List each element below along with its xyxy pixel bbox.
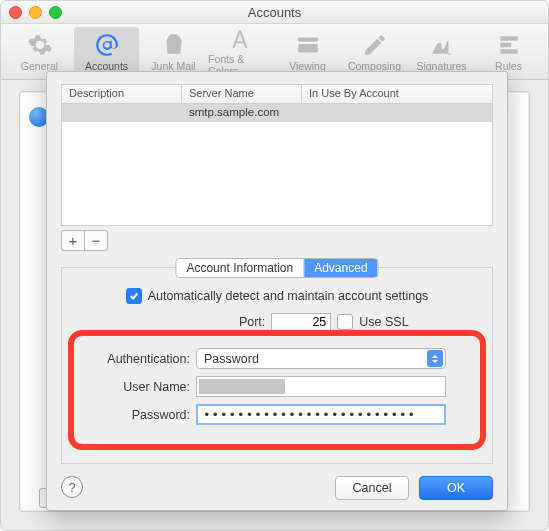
col-server-name[interactable]: Server Name bbox=[182, 85, 302, 103]
auto-detect-label: Automatically detect and maintain accoun… bbox=[148, 289, 429, 303]
port-input[interactable] bbox=[271, 313, 331, 331]
username-label: User Name: bbox=[62, 380, 190, 394]
settings-tabs: Account Information Advanced bbox=[175, 258, 378, 278]
fonts-icon bbox=[227, 26, 255, 52]
at-sign-icon bbox=[93, 31, 121, 59]
table-header: Description Server Name In Use By Accoun… bbox=[62, 85, 492, 104]
cell-description bbox=[62, 104, 182, 122]
cell-server: smtp.sample.com bbox=[182, 104, 302, 122]
remove-server-button[interactable]: − bbox=[85, 231, 107, 250]
password-row: Password: ••••••••••••••••••••••••• bbox=[62, 404, 492, 425]
zoom-window-button[interactable] bbox=[49, 6, 62, 19]
toolbar-item-fonts[interactable]: Fonts & Colors bbox=[208, 27, 273, 77]
compose-icon bbox=[361, 31, 389, 59]
window-title: Accounts bbox=[248, 5, 301, 20]
col-description[interactable]: Description bbox=[62, 85, 182, 103]
eye-icon bbox=[294, 31, 322, 59]
toolbar-item-signatures[interactable]: Signatures bbox=[409, 27, 474, 77]
preferences-window: Accounts General Accounts Junk Mail Font… bbox=[0, 0, 549, 531]
password-input[interactable]: ••••••••••••••••••••••••• bbox=[196, 404, 446, 425]
ok-button[interactable]: OK bbox=[419, 476, 493, 500]
password-label: Password: bbox=[62, 408, 190, 422]
auto-detect-row: Automatically detect and maintain accoun… bbox=[62, 288, 492, 304]
col-in-use[interactable]: In Use By Account bbox=[302, 85, 492, 103]
use-ssl-checkbox[interactable] bbox=[337, 314, 353, 330]
authentication-value: Password bbox=[204, 352, 259, 366]
port-label: Port: bbox=[145, 315, 265, 329]
server-add-remove: + − bbox=[61, 230, 108, 251]
smtp-server-table[interactable]: Description Server Name In Use By Accoun… bbox=[61, 84, 493, 226]
help-button[interactable]: ? bbox=[61, 476, 83, 498]
add-server-button[interactable]: + bbox=[62, 231, 85, 250]
toolbar-item-viewing[interactable]: Viewing bbox=[275, 27, 340, 77]
chevron-updown-icon bbox=[427, 350, 443, 367]
window-controls bbox=[9, 6, 62, 19]
cancel-button[interactable]: Cancel bbox=[335, 476, 409, 500]
username-row: User Name: bbox=[62, 376, 492, 397]
toolbar-item-junk[interactable]: Junk Mail bbox=[141, 27, 206, 77]
tab-advanced[interactable]: Advanced bbox=[304, 259, 377, 277]
authentication-select[interactable]: Password bbox=[196, 348, 446, 369]
gear-icon bbox=[26, 31, 54, 59]
username-input[interactable] bbox=[196, 376, 446, 397]
toolbar-item-general[interactable]: General bbox=[7, 27, 72, 77]
table-row[interactable]: smtp.sample.com bbox=[62, 104, 492, 122]
rules-icon bbox=[495, 31, 523, 59]
auto-detect-checkbox[interactable] bbox=[126, 288, 142, 304]
authentication-label: Authentication: bbox=[62, 352, 190, 366]
tab-account-information[interactable]: Account Information bbox=[176, 259, 304, 277]
dialog-button-row: Cancel OK bbox=[335, 476, 493, 500]
trash-bag-icon bbox=[160, 31, 188, 59]
close-window-button[interactable] bbox=[9, 6, 22, 19]
server-settings-pane: Account Information Advanced Automatical… bbox=[61, 267, 493, 464]
use-ssl-label: Use SSL bbox=[359, 315, 408, 329]
signature-icon bbox=[428, 31, 456, 59]
cell-inuse bbox=[302, 104, 492, 122]
toolbar-item-composing[interactable]: Composing bbox=[342, 27, 407, 77]
port-row: Port: Use SSL bbox=[62, 313, 492, 331]
toolbar-item-accounts[interactable]: Accounts bbox=[74, 27, 139, 77]
smtp-server-sheet: Description Server Name In Use By Accoun… bbox=[46, 71, 508, 511]
toolbar-item-rules[interactable]: Rules bbox=[476, 27, 541, 77]
minimize-window-button[interactable] bbox=[29, 6, 42, 19]
authentication-row: Authentication: Password bbox=[62, 348, 492, 369]
titlebar: Accounts bbox=[1, 1, 548, 24]
